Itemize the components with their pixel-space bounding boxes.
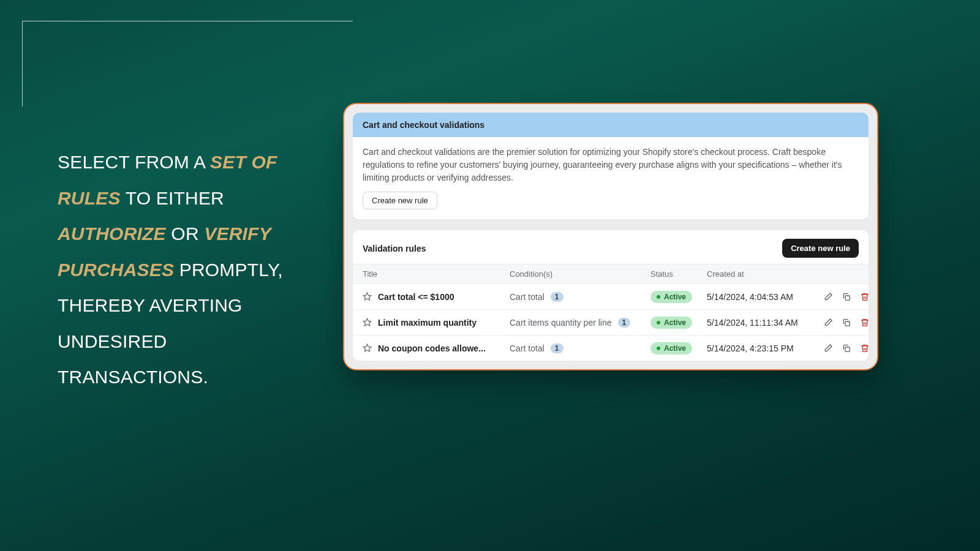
svg-marker-2 [363, 318, 371, 326]
rule-title-cell: No coupon codes allowe... [363, 343, 510, 353]
status-text: Active [664, 344, 686, 353]
svg-rect-3 [845, 321, 850, 326]
edit-icon[interactable] [823, 292, 833, 302]
duplicate-icon[interactable] [842, 292, 851, 302]
duplicate-icon[interactable] [842, 343, 851, 353]
rule-actions [823, 318, 869, 328]
svg-marker-0 [363, 293, 371, 300]
svg-rect-5 [845, 347, 850, 351]
marketing-copy: SELECT FROM A SET OF RULES TO EITHER AUT… [58, 144, 321, 395]
rule-created-at: 5/14/2024, 4:23:15 PM [707, 343, 823, 353]
rule-created-at: 5/14/2024, 11:11:34 AM [707, 318, 823, 328]
edit-icon[interactable] [823, 343, 833, 353]
col-title: Title [363, 269, 510, 279]
col-actions [823, 269, 859, 279]
create-rule-button-top[interactable]: Create new rule [363, 192, 437, 209]
edit-icon[interactable] [823, 318, 833, 328]
rule-condition-cell: Cart total 1 [510, 292, 650, 302]
col-conditions: Condition(s) [510, 269, 650, 279]
rule-title-cell: Cart total <= $1000 [363, 292, 510, 302]
status-dot-icon [657, 347, 660, 350]
create-rule-button[interactable]: Create new rule [782, 239, 859, 258]
rules-table-header: Title Condition(s) Status Created at [353, 264, 869, 283]
delete-icon[interactable] [860, 292, 869, 302]
svg-rect-1 [845, 296, 850, 300]
rule-condition: Cart items quantity per line [510, 318, 612, 328]
status-dot-icon [657, 321, 660, 324]
star-icon [363, 318, 372, 327]
rule-status-cell: Active [650, 342, 707, 354]
duplicate-icon[interactable] [842, 318, 851, 328]
table-row[interactable]: No coupon codes allowe... Cart total 1 A… [353, 335, 869, 361]
header-body: Cart and checkout validations are the pr… [353, 137, 869, 219]
rule-condition-cell: Cart total 1 [510, 343, 650, 353]
rule-actions [823, 343, 869, 353]
header-card: Cart and checkout validations Cart and c… [353, 113, 869, 219]
rule-title-cell: Limit maximum quantity [363, 318, 510, 328]
condition-count-badge: 1 [551, 292, 564, 302]
col-status: Status [650, 269, 707, 279]
table-row[interactable]: Cart total <= $1000 Cart total 1 Active … [353, 283, 869, 309]
rule-title: Cart total <= $1000 [378, 292, 454, 302]
rule-actions [823, 292, 869, 302]
rules-title: Validation rules [363, 244, 426, 253]
admin-panel: Cart and checkout validations Cart and c… [343, 103, 878, 370]
rule-title: No coupon codes allowe... [378, 343, 486, 353]
delete-icon[interactable] [860, 343, 869, 353]
condition-count-badge: 1 [551, 343, 564, 353]
status-text: Active [664, 318, 686, 327]
copy-text: SELECT FROM A [58, 152, 210, 172]
status-badge: Active [650, 342, 692, 354]
copy-em-authorize: AUTHORIZE [58, 223, 166, 244]
col-created: Created at [707, 269, 823, 279]
star-icon [363, 343, 372, 353]
copy-text: OR [171, 223, 204, 244]
rule-title: Limit maximum quantity [378, 318, 477, 328]
table-row[interactable]: Limit maximum quantity Cart items quanti… [353, 309, 869, 335]
status-badge: Active [650, 317, 692, 329]
delete-icon[interactable] [860, 318, 869, 328]
header-title: Cart and checkout validations [363, 120, 484, 130]
star-icon [363, 292, 372, 301]
header-description: Cart and checkout validations are the pr… [363, 146, 859, 184]
svg-marker-4 [363, 344, 371, 351]
header-bar: Cart and checkout validations [353, 113, 869, 137]
rules-card-header: Validation rules Create new rule [353, 230, 869, 264]
condition-count-badge: 1 [618, 318, 631, 328]
copy-text: TO EITHER [126, 188, 224, 208]
rule-condition-cell: Cart items quantity per line 1 [510, 318, 650, 328]
rule-condition: Cart total [510, 292, 545, 302]
rule-status-cell: Active [650, 316, 707, 329]
rule-status-cell: Active [650, 290, 707, 303]
rules-card: Validation rules Create new rule Title C… [353, 230, 869, 361]
status-badge: Active [650, 291, 692, 303]
decorative-corner [22, 21, 353, 107]
status-dot-icon [657, 295, 660, 299]
rule-created-at: 5/14/2024, 4:04:53 AM [707, 292, 823, 302]
rule-condition: Cart total [510, 343, 545, 353]
status-text: Active [664, 293, 686, 301]
